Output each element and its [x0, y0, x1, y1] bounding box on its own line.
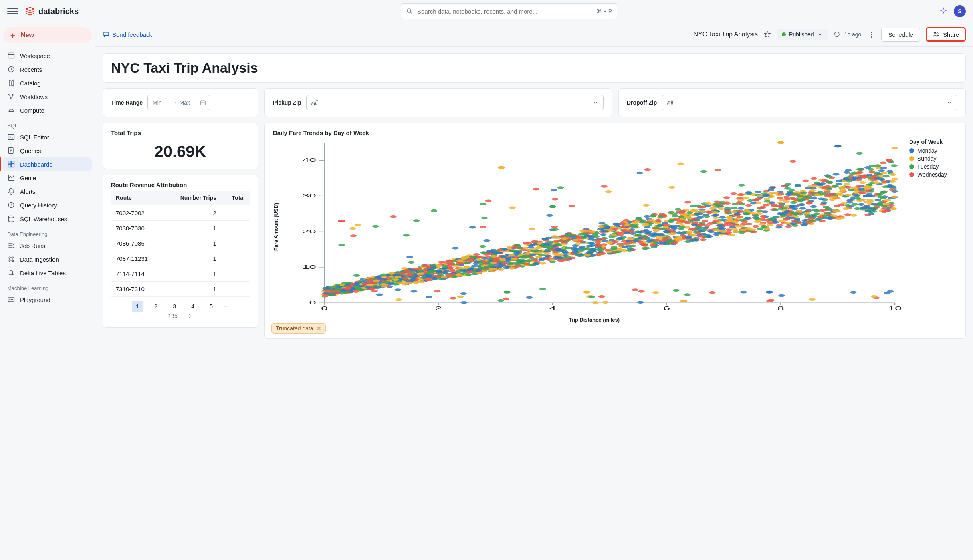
sidebar-item-playground[interactable]: Playground	[3, 293, 92, 306]
svg-point-1274	[599, 222, 606, 224]
time-range-picker[interactable]: Min →Max	[147, 95, 210, 110]
sidebar-item-query-history[interactable]: Query History	[3, 198, 92, 212]
global-search[interactable]: ⌘ + P	[401, 3, 617, 19]
svg-point-2174	[450, 273, 457, 276]
svg-point-2153	[881, 205, 888, 207]
svg-point-1579	[719, 216, 726, 218]
svg-point-2030	[863, 186, 870, 189]
svg-point-1981	[565, 247, 571, 249]
svg-point-2094	[658, 215, 664, 218]
sidebar-item-sql-warehouses[interactable]: SQL Warehouses	[3, 212, 92, 226]
favorite-toggle[interactable]	[763, 30, 771, 38]
assistant-icon[interactable]	[939, 7, 947, 15]
sidebar-item-data-ingestion[interactable]: Data Ingestion	[3, 252, 92, 266]
svg-point-1648	[676, 239, 682, 241]
svg-point-1386	[845, 194, 852, 196]
svg-point-2079	[458, 262, 464, 265]
sidebar-item-label: Job Runs	[20, 242, 45, 249]
scatter-plot[interactable]: 0246810010203040 Trip Distance (miles)	[283, 139, 905, 315]
svg-point-1953	[335, 286, 342, 288]
table-row[interactable]: 7087-112311	[111, 251, 250, 266]
sidebar-item-job-runs[interactable]: Job Runs	[3, 239, 92, 252]
sidebar-item-catalog[interactable]: Catalog	[3, 76, 92, 90]
svg-point-1689	[783, 200, 790, 203]
svg-point-2114	[686, 232, 693, 234]
svg-point-1006	[890, 173, 896, 176]
svg-point-2037	[653, 229, 660, 231]
status-dot-icon	[782, 32, 786, 36]
svg-point-2068	[465, 273, 472, 276]
page-2[interactable]: 2	[150, 301, 161, 312]
pickup-zip-select[interactable]: All	[306, 95, 604, 110]
svg-point-2096	[632, 222, 638, 224]
x-axis-label: Trip Distance (miles)	[283, 317, 905, 323]
chevron-right-icon[interactable]	[187, 313, 193, 319]
search-input[interactable]	[417, 8, 592, 15]
more-menu[interactable]	[867, 30, 876, 39]
svg-point-2246	[740, 229, 747, 231]
sidebar-item-queries[interactable]: Queries	[3, 144, 92, 157]
publish-status-chip[interactable]: Published	[777, 29, 828, 40]
sidebar-item-sql-editor[interactable]: SQL Editor	[3, 130, 92, 144]
table-row[interactable]: 7086-70861	[111, 236, 250, 251]
sidebar-item-workspace[interactable]: Workspace	[3, 49, 92, 62]
sidebar-item-genie[interactable]: Genie	[3, 171, 92, 185]
svg-point-1414	[413, 219, 420, 222]
svg-point-1015	[844, 171, 850, 174]
svg-point-2192	[610, 226, 616, 228]
column-header[interactable]: Route	[111, 191, 164, 205]
svg-point-1435	[844, 183, 850, 185]
brand-logo[interactable]: databricks	[25, 6, 79, 16]
svg-point-2051	[339, 290, 346, 292]
svg-point-1935	[777, 205, 784, 208]
svg-point-2267	[429, 270, 436, 272]
table-row[interactable]: 7030-70301	[111, 221, 250, 236]
page-5[interactable]: 5	[206, 301, 217, 312]
legend-item[interactable]: Tuesday	[909, 163, 957, 170]
dropoff-zip-label: Dropoff Zip	[627, 99, 657, 106]
column-header[interactable]: Total	[221, 191, 250, 205]
page-1[interactable]: 1	[132, 301, 143, 312]
sidebar-item-delta-live-tables[interactable]: Delta Live Tables	[3, 266, 92, 280]
legend-item[interactable]: Wednesday	[909, 171, 957, 178]
svg-point-841	[819, 209, 826, 212]
svg-point-2047	[545, 237, 552, 239]
calendar-icon[interactable]	[195, 99, 210, 106]
svg-point-1508	[668, 219, 674, 222]
menu-toggle[interactable]	[7, 6, 18, 17]
svg-point-2266	[355, 287, 362, 290]
table-row[interactable]: 7114-71141	[111, 266, 250, 282]
svg-point-807	[755, 191, 762, 193]
new-button[interactable]: ＋ New	[3, 27, 92, 43]
legend-item[interactable]: Sunday	[909, 155, 957, 162]
column-header[interactable]: Number Trips	[164, 191, 221, 205]
table-row[interactable]: 7002-70022	[111, 205, 250, 221]
svg-point-905	[810, 197, 817, 199]
page-4[interactable]: 4	[187, 301, 198, 312]
user-avatar[interactable]: S	[954, 5, 966, 17]
dropoff-zip-select[interactable]: All	[662, 95, 957, 110]
svg-point-1764	[745, 191, 752, 194]
svg-point-1065	[742, 197, 749, 199]
schedule-button[interactable]: Schedule	[881, 28, 920, 42]
svg-point-2172	[763, 204, 769, 206]
sidebar-item-label: Workflows	[20, 93, 48, 100]
svg-point-2077	[644, 168, 651, 171]
refresh-icon[interactable]	[833, 31, 840, 38]
svg-rect-9	[8, 161, 11, 164]
sidebar-item-compute[interactable]: Compute	[3, 103, 92, 117]
svg-point-1361	[552, 251, 559, 253]
workflows-icon	[7, 93, 15, 101]
svg-point-2189	[365, 286, 372, 288]
svg-point-2161	[558, 253, 565, 256]
table-row[interactable]: 7310-73101	[111, 282, 250, 297]
sidebar-item-dashboards[interactable]: Dashboards	[3, 157, 92, 171]
page-3[interactable]: 3	[169, 301, 180, 312]
sidebar-item-alerts[interactable]: Alerts	[3, 185, 92, 198]
send-feedback-link[interactable]: Send feedback	[103, 31, 152, 38]
legend-item[interactable]: Monday	[909, 147, 957, 154]
sidebar-item-recents[interactable]: Recents	[3, 62, 92, 76]
close-icon[interactable]: ✕	[317, 325, 321, 332]
sidebar-item-workflows[interactable]: Workflows	[3, 90, 92, 103]
share-button[interactable]: Share	[926, 27, 966, 42]
